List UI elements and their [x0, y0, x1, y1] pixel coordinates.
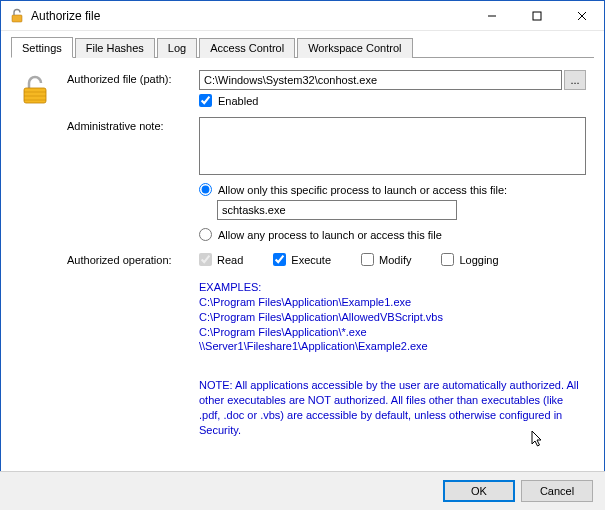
allow-any-label: Allow any process to launch or access th… — [218, 229, 442, 241]
close-button[interactable] — [559, 1, 604, 30]
op-logging-checkbox[interactable] — [441, 253, 454, 266]
op-logging-label: Logging — [459, 254, 498, 266]
op-modify-label: Modify — [379, 254, 411, 266]
svg-rect-2 — [533, 12, 541, 20]
example-line: C:\Program Files\Application\*.exe — [199, 325, 586, 340]
ops-label: Authorized operation: — [67, 254, 199, 266]
security-note: NOTE: All applications accessible by the… — [199, 378, 586, 437]
window-title: Authorize file — [31, 9, 469, 23]
svg-rect-5 — [24, 88, 46, 103]
process-input[interactable] — [217, 200, 457, 220]
dialog-footer: OK Cancel — [0, 471, 605, 510]
svg-rect-0 — [12, 15, 22, 22]
maximize-button[interactable] — [514, 1, 559, 30]
tab-bar: Settings File Hashes Log Access Control … — [11, 37, 594, 58]
allow-any-radio[interactable] — [199, 228, 212, 241]
op-read-checkbox — [199, 253, 212, 266]
examples-block: EXAMPLES: C:\Program Files\Application\E… — [199, 280, 586, 354]
allow-specific-radio[interactable] — [199, 183, 212, 196]
op-read-label: Read — [217, 254, 243, 266]
admin-note-label: Administrative note: — [67, 117, 199, 132]
op-modify-checkbox[interactable] — [361, 253, 374, 266]
lock-open-icon — [9, 8, 25, 24]
tab-access-control[interactable]: Access Control — [199, 38, 295, 58]
op-execute-label: Execute — [291, 254, 331, 266]
allow-specific-label: Allow only this specific process to laun… — [218, 184, 507, 196]
enabled-checkbox[interactable] — [199, 94, 212, 107]
tab-file-hashes[interactable]: File Hashes — [75, 38, 155, 58]
admin-note-input[interactable] — [199, 117, 586, 175]
titlebar: Authorize file — [1, 1, 604, 31]
example-line: C:\Program Files\Application\AllowedVBSc… — [199, 310, 586, 325]
example-line: C:\Program Files\Application\Example1.ex… — [199, 295, 586, 310]
cancel-button[interactable]: Cancel — [521, 480, 593, 502]
tab-settings[interactable]: Settings — [11, 37, 73, 58]
example-line: \\Server1\Fileshare1\Application\Example… — [199, 339, 586, 354]
op-execute-checkbox[interactable] — [273, 253, 286, 266]
path-input[interactable] — [199, 70, 562, 90]
browse-button[interactable]: ... — [564, 70, 586, 90]
examples-header: EXAMPLES: — [199, 280, 586, 295]
enabled-label: Enabled — [218, 95, 258, 107]
tab-workspace-control[interactable]: Workspace Control — [297, 38, 412, 58]
tab-log[interactable]: Log — [157, 38, 197, 58]
lock-open-large-icon — [19, 74, 51, 106]
path-label: Authorized file (path): — [67, 70, 199, 85]
minimize-button[interactable] — [469, 1, 514, 30]
ok-button[interactable]: OK — [443, 480, 515, 502]
